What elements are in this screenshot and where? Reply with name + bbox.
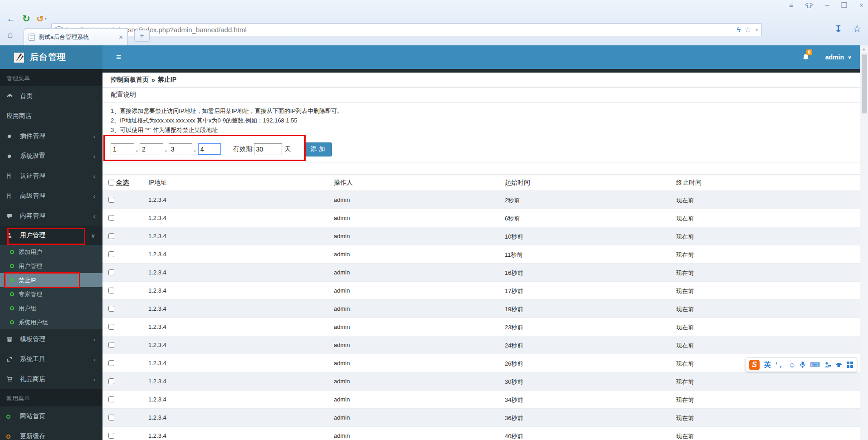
- cell-operator: admin: [334, 342, 350, 348]
- sidebar-item-advanced-mgmt[interactable]: 高级管理‹: [0, 186, 102, 206]
- browser-tab[interactable]: 测试a后台管理系统 ×: [24, 28, 128, 45]
- select-all-label[interactable]: 全选: [116, 179, 129, 187]
- comment-icon: [6, 213, 16, 219]
- restore-button[interactable]: ❐: [841, 1, 847, 10]
- sidebar-subitem-add-user[interactable]: 添加用户: [0, 245, 102, 259]
- undo-dropdown-caret[interactable]: ▾: [45, 16, 47, 21]
- sidebar-subitem-system-user-group[interactable]: 系统用户组: [0, 315, 102, 329]
- table-row: 1.2.3.4admin6秒前现在前: [102, 209, 860, 227]
- row-checkbox[interactable]: [108, 415, 114, 420]
- row-checkbox[interactable]: [108, 396, 114, 402]
- sogou-logo-icon[interactable]: S: [749, 360, 760, 370]
- sidebar-item-system-settings[interactable]: 系统设置‹: [0, 146, 102, 166]
- sidebar-item-refresh-cache[interactable]: 更新缓存: [0, 426, 102, 440]
- close-window-button[interactable]: ×: [859, 1, 863, 10]
- row-checkbox[interactable]: [108, 197, 114, 203]
- ime-language-mode[interactable]: 英: [764, 361, 771, 369]
- row-checkbox[interactable]: [108, 251, 114, 257]
- row-checkbox[interactable]: [108, 378, 114, 384]
- sidebar-item-gift-shop[interactable]: 礼品商店‹: [0, 369, 102, 389]
- sidebar-item-template-mgmt[interactable]: 模板管理‹: [0, 329, 102, 349]
- sidebar-item-content-mgmt[interactable]: 内容管理‹: [0, 206, 102, 226]
- sidebar-item-system-tools[interactable]: 系统工具‹: [0, 349, 102, 369]
- cell-operator: admin: [334, 269, 350, 276]
- chevron-left-icon: ‹: [93, 193, 95, 200]
- chevron-left-icon: ‹: [93, 336, 95, 343]
- row-checkbox[interactable]: [108, 360, 114, 366]
- sidebar-subitem-user-group[interactable]: 用户组: [0, 301, 102, 315]
- ime-user-icon[interactable]: [824, 362, 831, 368]
- sidebar-subitem-expert-mgmt[interactable]: 专家管理: [0, 287, 102, 301]
- ip-octet-3-input[interactable]: [169, 143, 192, 155]
- ime-toolbox-icon[interactable]: [847, 362, 853, 368]
- cell-operator: admin: [334, 378, 350, 385]
- row-checkbox[interactable]: [108, 342, 114, 348]
- ime-skin-icon[interactable]: [835, 362, 842, 368]
- ime-punctuation-icon[interactable]: ’，: [775, 361, 784, 369]
- row-checkbox[interactable]: [108, 215, 114, 221]
- cell-ip: 1.2.3.4: [148, 251, 166, 258]
- sidebar-subitem-ban-ip[interactable]: 禁止IP: [0, 273, 102, 287]
- validity-input[interactable]: [254, 143, 282, 155]
- cell-end-time: 现在前: [676, 233, 694, 241]
- undo-button[interactable]: ↺: [37, 14, 44, 24]
- user-dropdown[interactable]: admin ∨: [825, 54, 852, 61]
- scrollbar-up-arrow[interactable]: ▲: [862, 47, 866, 51]
- row-checkbox[interactable]: [108, 269, 114, 275]
- cell-end-time: 现在前: [676, 360, 694, 368]
- new-tab-button[interactable]: +: [134, 30, 150, 42]
- browser-menu-icon[interactable]: ≡: [789, 1, 793, 10]
- app-logo[interactable]: 后台管理: [0, 45, 102, 69]
- cell-operator: admin: [334, 233, 350, 240]
- instruction-line: 3、可以使用 “*” 作为通配符禁止某段地址: [111, 125, 852, 135]
- sidebar-item-plugin-mgmt[interactable]: 插件管理‹: [0, 126, 102, 146]
- sidebar: 管理菜单首页应用商店插件管理‹系统设置‹认证管理‹高级管理‹内容管理‹用户管理∨…: [0, 69, 102, 440]
- navbar-bottom-strip: [102, 69, 860, 73]
- notifications-button[interactable]: 0: [802, 53, 810, 61]
- add-button[interactable]: 添 加: [304, 142, 332, 156]
- home-icon[interactable]: ⌂: [7, 29, 13, 40]
- sidebar-item-user-mgmt[interactable]: 用户管理∨: [0, 226, 102, 245]
- cell-operator: admin: [334, 414, 350, 421]
- emoji-icon[interactable]: ☺: [789, 361, 795, 369]
- microphone-icon[interactable]: [800, 361, 805, 368]
- cell-ip: 1.2.3.4: [148, 432, 166, 439]
- row-checkbox[interactable]: [108, 306, 114, 312]
- instruction-line: 1、直接添加需要禁止访问IP地址，如需启用某IP地址，直接从下面的IP列表中删除…: [111, 106, 852, 116]
- row-checkbox[interactable]: [108, 288, 114, 293]
- keyboard-icon[interactable]: ⌨: [810, 361, 820, 369]
- sidebar-item-cert-mgmt[interactable]: 认证管理‹: [0, 166, 102, 186]
- minimize-button[interactable]: –: [825, 1, 829, 10]
- row-checkbox[interactable]: [108, 433, 114, 439]
- cell-start-time: 23秒前: [505, 323, 523, 332]
- sidebar-submenu: 添加用户用户管理禁止IP专家管理用户组系统用户组: [0, 245, 102, 329]
- sidebar-item-home[interactable]: 首页: [0, 86, 102, 106]
- sidebar-subitem-label: 系统用户组: [19, 318, 48, 327]
- ip-octet-2-input[interactable]: [140, 143, 163, 155]
- ip-octet-4-input[interactable]: [198, 143, 221, 155]
- breadcrumb-root-link[interactable]: 控制面板首页: [111, 76, 149, 84]
- sidebar-subitem-user-list[interactable]: 用户管理: [0, 259, 102, 273]
- select-all-checkbox[interactable]: [108, 180, 114, 186]
- row-checkbox[interactable]: [108, 324, 114, 330]
- cell-end-time: 现在前: [676, 323, 694, 332]
- cutlery-icon: [6, 193, 16, 199]
- sidebar-header-common-menu: 常用菜单: [0, 389, 102, 406]
- refresh-button[interactable]: ↻: [22, 13, 30, 24]
- sidebar-item-app-store[interactable]: 应用商店: [0, 106, 102, 126]
- skin-icon[interactable]: [805, 2, 813, 9]
- cell-start-time: 26秒前: [505, 360, 523, 368]
- close-tab-icon[interactable]: ×: [119, 33, 123, 41]
- cell-ip: 1.2.3.4: [148, 196, 166, 203]
- ip-octet-1-input[interactable]: [111, 143, 134, 155]
- tab-title: 测试a后台管理系统: [39, 33, 119, 41]
- scrollbar-thumb[interactable]: [862, 54, 867, 113]
- back-button[interactable]: ←: [6, 13, 16, 24]
- sidebar-item-site-home[interactable]: 网站首页: [0, 406, 102, 426]
- sidebar-item-label: 高级管理: [20, 192, 45, 200]
- page-scrollbar[interactable]: ▲: [860, 45, 868, 440]
- sidebar-toggle-icon[interactable]: ≡: [112, 45, 126, 69]
- column-header-end-time: 终止时间: [676, 179, 702, 187]
- sidebar-subitem-label: 禁止IP: [19, 276, 36, 284]
- row-checkbox[interactable]: [108, 233, 114, 239]
